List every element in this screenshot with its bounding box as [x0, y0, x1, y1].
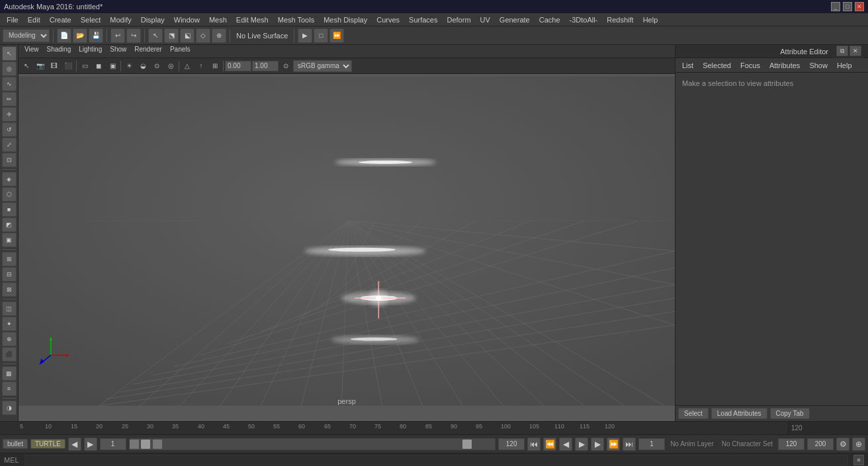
menu-help[interactable]: Help	[639, 15, 662, 24]
rotate-tool[interactable]: ↺	[2, 122, 17, 137]
load-attributes-button[interactable]: Load Attributes	[711, 408, 767, 419]
menu-curves[interactable]: Curves	[372, 15, 404, 24]
menu-edit-mesh[interactable]: Edit Mesh	[232, 15, 273, 24]
ae-help[interactable]: Help	[833, 61, 856, 70]
exposure-input[interactable]	[225, 61, 251, 71]
wireframe-icon[interactable]: ▭	[78, 59, 91, 73]
redo-btn[interactable]: ↪	[126, 28, 141, 43]
camera-icon[interactable]: 📷	[34, 59, 47, 73]
range-max-input[interactable]	[778, 438, 804, 450]
ae-list[interactable]: List	[678, 61, 697, 70]
sculpt-tool[interactable]: ⬡	[2, 187, 17, 202]
poly-btn[interactable]: ◇	[196, 28, 210, 43]
create-nurbs[interactable]: ▣	[2, 233, 17, 247]
move-tool[interactable]: ✛	[2, 107, 17, 122]
step-forward-btn[interactable]: ⏩	[607, 438, 620, 451]
create-poly[interactable]: ■	[2, 202, 17, 217]
float-panel-btn[interactable]: ⧉	[836, 46, 848, 56]
shaded-icon[interactable]: ◼	[92, 59, 105, 73]
open-btn[interactable]: 📂	[73, 28, 87, 43]
xray-icon[interactable]: ⊙	[150, 59, 163, 73]
menu-mesh[interactable]: Mesh	[205, 15, 231, 24]
normals-icon[interactable]: ↑	[195, 59, 208, 73]
prev-key-btn[interactable]: ◀	[559, 438, 572, 451]
play-btn[interactable]: ▶	[575, 438, 588, 451]
timeline-track[interactable]: 5 10 15 20 25 30 35 40 45 50 55 60 65 70…	[0, 422, 789, 434]
frame-start-input[interactable]	[100, 438, 126, 450]
texture-icon[interactable]: ▣	[106, 59, 119, 73]
poly-count-icon[interactable]: △	[181, 59, 194, 73]
universal-tool[interactable]: ⊡	[2, 153, 17, 167]
lasso-tool[interactable]: ∿	[2, 77, 17, 91]
color-mode-icon[interactable]: ⊙	[279, 59, 292, 73]
select-icon[interactable]: ↖	[20, 59, 33, 73]
close-button[interactable]: ✕	[855, 2, 864, 11]
renderer-menu[interactable]: Renderer	[131, 46, 165, 58]
display-props[interactable]: ⊕	[2, 332, 17, 346]
playback-track[interactable]	[129, 438, 496, 450]
color-space-select[interactable]: sRGB gamma	[293, 60, 352, 72]
tools-extra[interactable]: ≡	[2, 381, 17, 396]
lighting-menu[interactable]: Lighting	[75, 46, 105, 58]
menu-generate[interactable]: Generate	[496, 15, 534, 24]
view-menu[interactable]: View	[21, 46, 42, 58]
undo-btn[interactable]: ↩	[110, 28, 125, 43]
film-icon[interactable]: 🎞	[48, 59, 61, 73]
turtle-tag[interactable]: TURTLE	[30, 439, 65, 449]
light-tool[interactable]: ✦	[2, 317, 17, 331]
snap-curve[interactable]: ⊟	[2, 267, 17, 282]
ae-focus[interactable]: Focus	[736, 61, 764, 70]
new-scene-btn[interactable]: 📄	[57, 28, 71, 43]
render-seq-btn[interactable]: ⏩	[329, 28, 344, 43]
menu-uv[interactable]: UV	[476, 15, 494, 24]
pencil-tool[interactable]: ✏	[2, 92, 17, 106]
snap-point[interactable]: ⊠	[2, 282, 17, 297]
select-tool-btn[interactable]: ↖	[148, 28, 163, 43]
menu-mesh-tools[interactable]: Mesh Tools	[274, 15, 318, 24]
skip-forward-btn[interactable]: ⏭	[623, 438, 636, 451]
show-menu[interactable]: Show	[107, 46, 130, 58]
menu-window[interactable]: Window	[170, 15, 204, 24]
total-max-input[interactable]	[807, 438, 834, 450]
snap-btn[interactable]: ⊕	[212, 28, 226, 43]
menu-mesh-display[interactable]: Mesh Display	[320, 15, 371, 24]
command-input[interactable]	[24, 455, 848, 465]
isolate-icon[interactable]: ◎	[164, 59, 177, 73]
current-frame-input[interactable]	[638, 438, 665, 450]
lasso-btn[interactable]: ⬔	[164, 28, 179, 43]
menu-redshift[interactable]: Redshift	[603, 15, 637, 24]
select-tool[interactable]: ↖	[2, 46, 17, 61]
camera-tool[interactable]: ◫	[2, 301, 17, 316]
anim-blend-btn[interactable]: ⊕	[852, 438, 865, 451]
uv-icon[interactable]: ⊞	[208, 59, 222, 73]
select-button[interactable]: Select	[678, 408, 709, 419]
mode-dropdown[interactable]: Modeling	[3, 29, 50, 42]
shadow-icon[interactable]: ◒	[136, 59, 150, 73]
menu-deform[interactable]: Deform	[443, 15, 474, 24]
render-btn[interactable]: ▶	[298, 28, 312, 43]
ae-attributes[interactable]: Attributes	[765, 61, 804, 70]
shading-menu[interactable]: Shading	[44, 46, 75, 58]
timeline-ruler[interactable]: 5 10 15 20 25 30 35 40 45 50 55 60 65 70…	[0, 421, 868, 434]
color-wheel[interactable]: ◑	[2, 401, 17, 415]
snap-grid[interactable]: ⊞	[2, 252, 17, 266]
grid-toggle[interactable]: ▦	[2, 366, 17, 381]
menu-select[interactable]: Select	[77, 15, 105, 24]
step-back-btn[interactable]: ⏪	[543, 438, 556, 451]
minimize-button[interactable]: _	[831, 2, 840, 11]
soft-mod[interactable]: ◈	[2, 172, 17, 186]
render-tool[interactable]: ⬛	[2, 347, 17, 362]
viewport[interactable]: View Shading Lighting Show Renderer Pane…	[19, 45, 675, 421]
maximize-button[interactable]: □	[843, 2, 852, 11]
next-tag-btn[interactable]: ▶	[84, 438, 97, 451]
menu-surfaces[interactable]: Surfaces	[405, 15, 441, 24]
close-panel-btn[interactable]: ✕	[849, 46, 861, 56]
next-key-btn[interactable]: ▶	[591, 438, 604, 451]
ae-show[interactable]: Show	[805, 61, 832, 70]
create-subdiv[interactable]: ◩	[2, 217, 17, 232]
skip-back-btn[interactable]: ⏮	[527, 438, 541, 451]
save-btn[interactable]: 💾	[89, 28, 103, 43]
grid-icon[interactable]: ⬛	[62, 59, 75, 73]
char-set-options-btn[interactable]: ⚙	[836, 438, 849, 451]
prev-tag-btn[interactable]: ◀	[68, 438, 81, 451]
